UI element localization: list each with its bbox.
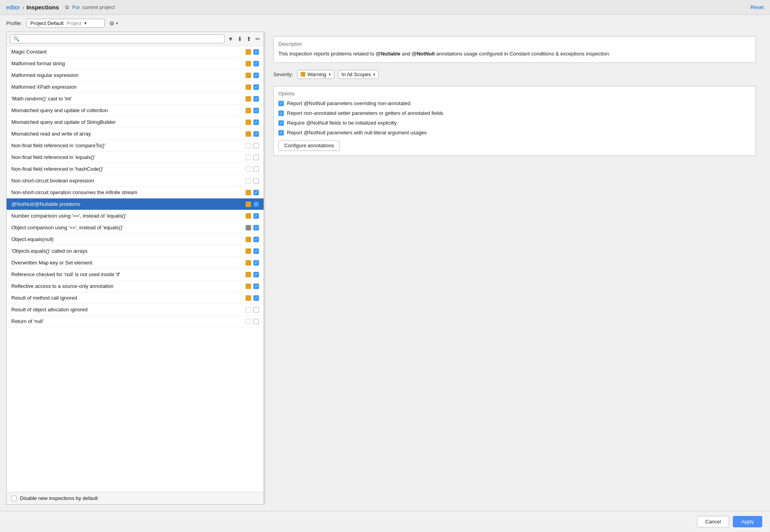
- disable-label: Disable new inspections by default: [20, 495, 98, 501]
- profile-value: Project Default: [30, 20, 63, 26]
- severity-row: Severity: Warning ▾ In All Scopes ▾: [273, 68, 756, 81]
- item-checkbox[interactable]: [253, 213, 259, 219]
- item-checkbox[interactable]: [253, 190, 259, 195]
- list-item[interactable]: Result of object allocation ignored: [7, 304, 264, 316]
- severity-dropdown[interactable]: Warning ▾: [297, 70, 334, 79]
- search-input[interactable]: [22, 36, 221, 42]
- option-checkbox[interactable]: [278, 101, 284, 106]
- list-item[interactable]: 'Math.random()' cast to 'int': [7, 93, 264, 105]
- item-checkbox[interactable]: [253, 284, 259, 289]
- list-item-label: Mismatched read and write of array: [11, 131, 91, 137]
- item-checkbox[interactable]: [253, 155, 259, 160]
- list-item-label: Number comparison using '==', instead of…: [11, 213, 127, 219]
- list-item[interactable]: Malformed XPath expression: [7, 81, 264, 93]
- list-item[interactable]: Mismatched query and update of collectio…: [7, 105, 264, 116]
- item-checkbox[interactable]: [253, 166, 259, 172]
- reset-button[interactable]: Reset: [750, 4, 764, 10]
- filter-icon[interactable]: ▼: [228, 36, 233, 42]
- list-item[interactable]: Magic Constant: [7, 46, 264, 58]
- apply-button[interactable]: Apply: [733, 516, 762, 527]
- item-checkbox[interactable]: [253, 237, 259, 242]
- list-item-label: Mismatched query and update of collectio…: [11, 107, 108, 113]
- list-item[interactable]: Result of method call ignored: [7, 292, 264, 304]
- expand-icon[interactable]: ⬇: [237, 36, 242, 43]
- profile-select[interactable]: Project Default Project ▾: [27, 19, 105, 28]
- scope-arrow-icon: ▾: [373, 72, 375, 77]
- option-checkbox[interactable]: [278, 130, 284, 136]
- list-item[interactable]: Malformed regular expression: [7, 70, 264, 81]
- item-checkbox[interactable]: [253, 120, 259, 125]
- severity-indicator: [246, 260, 251, 266]
- list-item[interactable]: @NotNull/@Nullable problems: [7, 198, 264, 210]
- severity-indicator: [246, 143, 251, 148]
- severity-color-dot: [301, 72, 305, 77]
- severity-indicator: [246, 295, 251, 301]
- scope-dropdown[interactable]: In All Scopes ▾: [338, 70, 379, 79]
- item-checkbox[interactable]: [253, 73, 259, 78]
- breadcrumb-editor[interactable]: editor: [6, 4, 20, 11]
- option-checkbox[interactable]: [278, 111, 284, 116]
- list-item[interactable]: Non-final field referenced in 'compareTo…: [7, 140, 264, 152]
- item-checkbox[interactable]: [253, 61, 259, 66]
- item-checkbox[interactable]: [253, 272, 259, 277]
- list-item[interactable]: Return of 'null': [7, 316, 264, 327]
- item-checkbox[interactable]: [253, 260, 259, 266]
- list-item[interactable]: Reflective access to a source-only annot…: [7, 280, 264, 292]
- list-item[interactable]: Non-short-circuit boolean expression: [7, 175, 264, 187]
- left-panel: 🔍 ▼ ⬇ ⬆ ✏ Magic ConstantMalformed format…: [6, 32, 264, 505]
- severity-indicator: [246, 284, 251, 289]
- gear-dropdown-arrow: ▾: [116, 21, 118, 25]
- configure-annotations-button[interactable]: Configure annotations: [278, 140, 340, 151]
- list-item[interactable]: Mismatched query and update of StringBui…: [7, 116, 264, 128]
- item-checkbox[interactable]: [253, 295, 259, 301]
- option-row: Report non-annotated setter parameters o…: [278, 110, 751, 116]
- severity-indicator: [246, 225, 251, 230]
- list-item[interactable]: Malformed format string: [7, 58, 264, 70]
- item-checkbox[interactable]: [253, 96, 259, 102]
- disable-checkbox[interactable]: [11, 496, 17, 501]
- option-row: Report @NotNull parameters with null-lit…: [278, 130, 751, 136]
- notnull-text: @NotNull: [412, 51, 435, 57]
- severity-indicator: [246, 237, 251, 242]
- option-checkbox[interactable]: [278, 120, 284, 126]
- list-item[interactable]: 'Objects.equals()' called on arrays: [7, 245, 264, 257]
- item-checkbox[interactable]: [253, 49, 259, 55]
- breadcrumb-sep: ›: [22, 4, 24, 11]
- item-checkbox[interactable]: [253, 319, 259, 324]
- item-checkbox[interactable]: [253, 84, 259, 90]
- item-checkbox[interactable]: [253, 225, 259, 230]
- list-item-label: Non-final field referenced in 'hashCode(…: [11, 166, 103, 172]
- severity-indicator: [246, 108, 251, 113]
- search-input-wrap[interactable]: 🔍: [10, 34, 225, 43]
- item-checkbox[interactable]: [253, 248, 259, 254]
- profile-tag: Project: [67, 21, 81, 26]
- list-item-label: Non-final field referenced in 'compareTo…: [11, 143, 105, 148]
- list-item[interactable]: Number comparison using '==', instead of…: [7, 210, 264, 222]
- list-item[interactable]: Overwritten Map key or Set element: [7, 257, 264, 269]
- list-item[interactable]: Non-final field referenced in 'equals()': [7, 152, 264, 163]
- options-section: Options Report @NotNull parameters overr…: [273, 86, 756, 156]
- item-checkbox[interactable]: [253, 202, 259, 207]
- list-item[interactable]: Reference checked for 'null' is not used…: [7, 269, 264, 280]
- list-item[interactable]: Object comparison using '==', instead of…: [7, 222, 264, 234]
- option-label: Report @NotNull parameters with null-lit…: [287, 130, 427, 136]
- list-item-label: 'Math.random()' cast to 'int': [11, 96, 71, 102]
- item-checkbox[interactable]: [253, 178, 259, 184]
- options-title: Options: [278, 91, 751, 96]
- search-icon: 🔍: [13, 36, 20, 42]
- list-item[interactable]: Non-final field referenced in 'hashCode(…: [7, 163, 264, 175]
- item-checkbox[interactable]: [253, 108, 259, 113]
- list-item[interactable]: Object.equals(null): [7, 234, 264, 245]
- gear-button[interactable]: ⚙ ▾: [109, 20, 118, 27]
- list-item[interactable]: Mismatched read and write of array: [7, 128, 264, 140]
- item-checkbox[interactable]: [253, 143, 259, 148]
- item-checkbox[interactable]: [253, 131, 259, 137]
- list-item[interactable]: Non-short-circuit operation consumes the…: [7, 187, 264, 198]
- collapse-icon[interactable]: ⬆: [246, 36, 251, 43]
- edit-icon[interactable]: ✏: [255, 36, 260, 43]
- option-label: Report @NotNull parameters overriding no…: [287, 100, 410, 106]
- for-label: For: [72, 4, 80, 10]
- item-checkbox[interactable]: [253, 307, 259, 312]
- severity-indicator: [246, 190, 251, 195]
- cancel-button[interactable]: Cancel: [697, 516, 729, 527]
